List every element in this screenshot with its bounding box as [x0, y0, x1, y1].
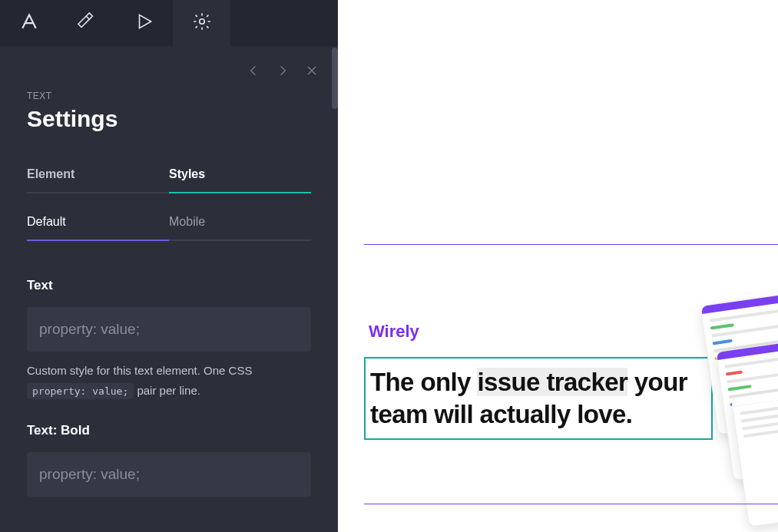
headline-pre: The only [370, 368, 477, 396]
tab-element[interactable]: Element [27, 167, 169, 193]
nav-close[interactable] [304, 63, 319, 81]
placeholder-line [740, 401, 778, 415]
settings-panel: TEXT Settings Element Styles Default Mob… [0, 0, 338, 532]
canvas-section-divider [364, 504, 778, 504]
panel-title: Settings [27, 106, 311, 132]
tab-text-tool[interactable] [0, 0, 58, 46]
help-post: pair per line. [134, 384, 200, 397]
sub-tabs: Default Mobile [27, 215, 311, 241]
headline-highlight: issue tracker [477, 368, 627, 396]
preview-canvas: Wirely The only issue tracker your team … [338, 0, 778, 532]
placeholder-line [712, 339, 732, 345]
text-style-help: Custom style for this text element. One … [27, 361, 311, 400]
top-tab-bar [0, 0, 338, 46]
panel-nav [246, 63, 319, 81]
text-a-icon [19, 12, 39, 35]
placeholder-line [709, 309, 778, 322]
section-tabs: Element Styles [27, 167, 311, 193]
close-icon [304, 68, 319, 81]
play-icon [134, 12, 154, 35]
panel-eyebrow: TEXT [27, 91, 311, 101]
panel-body: TEXT Settings Element Styles Default Mob… [0, 46, 338, 532]
text-bold-style-input[interactable] [27, 452, 311, 497]
placeholder-line [724, 355, 778, 368]
tab-brush-tool[interactable] [58, 0, 115, 46]
headline-text: The only issue tracker your team will ac… [370, 366, 707, 431]
help-code: property: value; [27, 383, 134, 399]
text-style-input[interactable] [27, 307, 311, 352]
brush-icon [77, 12, 97, 35]
tab-settings-tool[interactable] [173, 0, 230, 46]
subtab-mobile[interactable]: Mobile [169, 215, 311, 241]
placeholder-line [710, 323, 734, 329]
tab-play-tool[interactable] [115, 0, 173, 46]
nav-prev[interactable] [246, 63, 261, 81]
placeholder-line [727, 385, 751, 391]
help-pre: Custom style for this text element. One … [27, 364, 252, 377]
device-mockups [701, 299, 778, 468]
tab-styles[interactable]: Styles [169, 167, 311, 193]
placeholder-line [726, 371, 743, 376]
canvas-section: Wirely The only issue tracker your team … [364, 244, 778, 504]
gear-icon [192, 12, 212, 35]
nav-next[interactable] [275, 63, 290, 81]
chevron-right-icon [275, 68, 290, 81]
svg-point-0 [199, 19, 204, 25]
field-label-text-bold: Text: Bold [27, 423, 311, 438]
selected-text-element[interactable]: The only issue tracker your team will ac… [364, 357, 713, 440]
field-label-text: Text [27, 278, 311, 293]
chevron-left-icon [246, 68, 261, 81]
subtab-default[interactable]: Default [27, 215, 169, 241]
